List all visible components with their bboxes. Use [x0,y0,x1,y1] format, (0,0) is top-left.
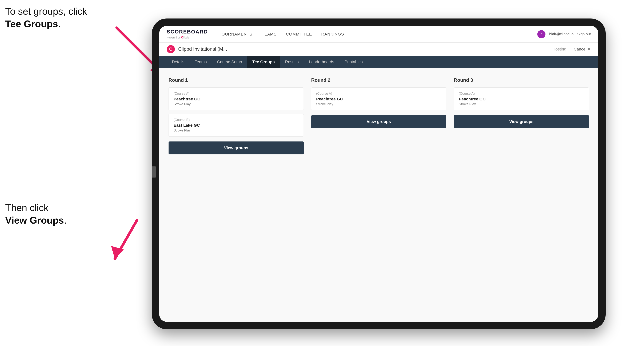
logo-area: SCOREBOARD Powered by clippit [167,29,208,40]
instruction-top: To set groups, click Tee Groups. [5,5,87,30]
main-content: Round 1 (Course A) Peachtree GC Stroke P… [159,68,598,322]
round-3-view-groups-button[interactable]: View groups [454,115,589,128]
round-1-course-a: (Course A) Peachtree GC Stroke Play [168,87,304,110]
round-1-view-groups-button[interactable]: View groups [168,142,304,155]
nav-tournaments[interactable]: TOURNAMENTS [219,32,252,37]
course-a-type: Stroke Play [174,102,299,106]
tournament-logo-icon: C [167,45,175,53]
round-3-course-a-name: Peachtree GC [459,97,584,102]
instruction-bottom: Then click View Groups. [5,201,66,226]
round-1-column: Round 1 (Course A) Peachtree GC Stroke P… [168,77,304,155]
round-3-course-a: (Course A) Peachtree GC Stroke Play [454,87,589,110]
round-3-course-a-type: Stroke Play [459,102,584,106]
tablet-device: SCOREBOARD Powered by clippit TOURNAMENT… [152,18,606,329]
tab-teams[interactable]: Teams [190,56,212,68]
round-3-title: Round 3 [454,77,589,83]
nav-committee[interactable]: COMMITTEE [286,32,312,37]
round-2-course-a-type: Stroke Play [316,102,441,106]
top-nav: SCOREBOARD Powered by clippit TOURNAMENT… [159,26,598,42]
round-3-column: Round 3 (Course A) Peachtree GC Stroke P… [454,77,589,155]
tab-bar: Details Teams Course Setup Tee Groups Re… [159,56,598,68]
round-2-course-a-label: (Course A) [316,92,441,96]
user-avatar: b [537,30,546,38]
tab-results[interactable]: Results [280,56,304,68]
round-2-column: Round 2 (Course A) Peachtree GC Stroke P… [311,77,446,155]
round-2-course-a: (Course A) Peachtree GC Stroke Play [311,87,446,110]
cancel-button[interactable]: Cancel ✕ [574,47,591,52]
course-a-label: (Course A) [174,92,299,96]
tab-details[interactable]: Details [167,56,190,68]
logo: SCOREBOARD [167,29,208,35]
sign-out-link[interactable]: Sign out [577,32,591,36]
round-2-view-groups-button[interactable]: View groups [311,115,446,128]
sub-header: C Clippd Invitational (M... Hosting Canc… [159,42,598,56]
tablet-screen: SCOREBOARD Powered by clippit TOURNAMENT… [159,26,598,322]
hosting-label: Hosting [552,47,566,52]
arrow-view-groups [104,214,148,266]
nav-links: TOURNAMENTS TEAMS COMMITTEE RANKINGS [219,32,537,37]
round-2-course-a-name: Peachtree GC [316,97,441,102]
tab-leaderboards[interactable]: Leaderboards [304,56,340,68]
nav-teams[interactable]: TEAMS [262,32,277,37]
round-1-title: Round 1 [168,77,304,83]
tab-course-setup[interactable]: Course Setup [212,56,247,68]
tab-printables[interactable]: Printables [339,56,368,68]
side-toggle[interactable] [152,167,156,177]
rounds-grid: Round 1 (Course A) Peachtree GC Stroke P… [168,77,589,155]
nav-right: b blair@clippd.io Sign out [537,30,591,38]
course-b-type: Stroke Play [174,129,299,132]
course-b-name: East Lake GC [174,123,299,128]
course-a-name: Peachtree GC [174,97,299,102]
round-3-course-a-label: (Course A) [459,92,584,96]
round-1-course-b: (Course B) East Lake GC Stroke Play [168,114,304,137]
logo-sub: Powered by clippit [167,35,208,40]
tournament-name: Clippd Invitational (M... [178,46,552,52]
round-2-title: Round 2 [311,77,446,83]
course-b-label: (Course B) [174,118,299,122]
tab-tee-groups[interactable]: Tee Groups [247,56,280,68]
user-email: blair@clippd.io [549,32,574,36]
nav-rankings[interactable]: RANKINGS [321,32,344,37]
